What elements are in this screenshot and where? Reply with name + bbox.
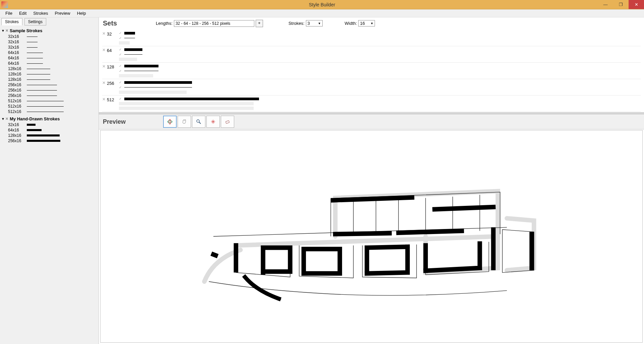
arrows-out-icon <box>210 119 216 125</box>
menu-strokes[interactable]: Strokes <box>30 10 51 16</box>
stroke-bar <box>124 48 142 51</box>
close-icon[interactable]: ✕ <box>5 28 8 33</box>
preview-canvas[interactable] <box>100 130 643 343</box>
set-stroke-slot[interactable]: ✓ <box>119 36 135 40</box>
stroke-item[interactable]: 64x16 <box>1 55 97 61</box>
remove-set-button[interactable]: ✕ <box>102 31 107 36</box>
stroke-item[interactable]: 128x16 <box>1 66 97 71</box>
svg-point-0 <box>168 121 172 123</box>
stroke-bar <box>124 54 142 55</box>
stroke-bar <box>124 81 192 84</box>
stroke-bar <box>124 87 192 88</box>
stroke-item[interactable]: 64x16 <box>1 50 97 55</box>
stroke-label: 64x16 <box>8 61 27 66</box>
set-stroke-slot[interactable]: ✓ <box>119 85 192 89</box>
stroke-item[interactable]: 32x16 <box>1 122 97 127</box>
stroke-item[interactable]: 512x16 <box>1 109 97 114</box>
stroke-item[interactable]: 128x16 <box>1 77 97 82</box>
set-stroke-slot[interactable]: ✓ <box>119 48 142 51</box>
stroke-item[interactable]: 512x16 <box>1 104 97 109</box>
width-select[interactable]: 16▼ <box>358 20 375 26</box>
set-stroke-slot[interactable] <box>119 107 259 110</box>
orbit-tool[interactable] <box>163 116 177 128</box>
tree-group-header[interactable]: ▼✕My Hand-Drawn Strokes <box>1 116 97 122</box>
strokes-select[interactable]: 3▼ <box>306 20 323 26</box>
stroke-label: 256x16 <box>8 138 27 143</box>
tab-settings[interactable]: Settings <box>24 18 46 25</box>
stroke-item[interactable]: 32x16 <box>1 45 97 50</box>
stroke-preview <box>27 53 43 53</box>
remove-set-button[interactable]: ✕ <box>102 80 107 85</box>
stroke-bar <box>124 65 158 67</box>
set-stroke-slot[interactable] <box>119 91 192 94</box>
strokes-label: Strokes: <box>288 21 305 26</box>
tab-strokes[interactable]: Strokes <box>1 18 22 25</box>
eraser-tool[interactable] <box>221 116 234 128</box>
set-row: ✕32✓✓ <box>102 30 641 46</box>
set-stroke-slot[interactable]: ✓ <box>119 53 142 56</box>
menu-edit[interactable]: Edit <box>16 10 30 16</box>
stroke-preview <box>27 106 64 107</box>
stroke-item[interactable]: 32x16 <box>1 34 97 39</box>
stroke-preview <box>27 90 57 91</box>
set-stroke-slot[interactable]: ✓ <box>119 97 259 101</box>
stroke-label: 128x16 <box>8 72 27 76</box>
stroke-item[interactable]: 512x16 <box>1 98 97 104</box>
stroke-preview <box>27 42 38 42</box>
check-icon: ✓ <box>119 64 122 68</box>
check-icon: ✓ <box>119 31 122 35</box>
set-row: ✕128✓✓ <box>102 63 641 79</box>
minimize-button[interactable]: — <box>598 0 613 9</box>
stroke-item[interactable]: 256x16 <box>1 88 97 93</box>
menu-help[interactable]: Help <box>74 10 89 16</box>
set-stroke-slot[interactable] <box>119 41 135 45</box>
lengths-input[interactable] <box>174 20 254 27</box>
close-icon[interactable]: ✕ <box>5 117 8 121</box>
menu-preview[interactable]: Preview <box>51 10 73 16</box>
stroke-label: 128x16 <box>8 77 27 82</box>
lengths-label: Lengths: <box>156 21 173 26</box>
stroke-label: 256x16 <box>8 93 27 98</box>
tree-group-header[interactable]: ▼✕Sample Strokes <box>1 27 97 34</box>
check-icon: ✓ <box>119 80 122 84</box>
stroke-label: 32x16 <box>8 40 27 44</box>
remove-set-button[interactable]: ✕ <box>102 97 107 102</box>
stroke-label: 256x16 <box>8 88 27 93</box>
menubar: File Edit Strokes Preview Help <box>0 9 644 17</box>
set-stroke-slot[interactable]: ✓ <box>119 31 135 35</box>
stroke-item[interactable]: 32x16 <box>1 39 97 45</box>
stroke-preview <box>27 37 38 37</box>
chevron-down-icon: ▼ <box>370 22 373 25</box>
stroke-item[interactable]: 128x16 <box>1 133 97 138</box>
zoom-extents-tool[interactable] <box>206 116 220 128</box>
svg-point-2 <box>197 120 199 122</box>
remove-set-button[interactable]: ✕ <box>102 48 107 52</box>
close-button[interactable]: ✕ <box>629 0 644 9</box>
stroke-item[interactable]: 64x16 <box>1 127 97 133</box>
zoom-tool[interactable] <box>192 116 205 128</box>
stroke-label: 32x16 <box>8 122 27 127</box>
stroke-label: 32x16 <box>8 45 27 50</box>
set-stroke-slot[interactable] <box>119 102 259 105</box>
set-stroke-slot[interactable] <box>119 58 142 61</box>
stroke-item[interactable]: 256x16 <box>1 82 97 88</box>
remove-set-button[interactable]: ✕ <box>102 64 107 69</box>
check-icon: ✓ <box>119 48 122 51</box>
set-stroke-slot[interactable]: ✓ <box>119 80 192 84</box>
check-icon: ✓ <box>119 69 122 73</box>
set-stroke-slot[interactable] <box>119 74 158 77</box>
chevron-down-icon: ▼ <box>318 22 321 25</box>
sets-list: ✕32✓✓✕64✓✓✕128✓✓✕256✓✓✕512✓ <box>99 29 644 112</box>
stroke-item[interactable]: 128x16 <box>1 71 97 77</box>
maximize-button[interactable]: ❐ <box>613 0 629 9</box>
stroke-item[interactable]: 64x16 <box>1 61 97 66</box>
pan-tool[interactable] <box>178 116 191 128</box>
stroke-item[interactable]: 256x16 <box>1 138 97 144</box>
set-stroke-slot[interactable]: ✓ <box>119 64 158 68</box>
stroke-label: 32x16 <box>8 34 27 39</box>
stroke-item[interactable]: 256x16 <box>1 93 97 98</box>
set-stroke-slot[interactable]: ✓ <box>119 69 158 73</box>
sidebar: Strokes Settings ▼✕Sample Strokes32x1632… <box>0 17 99 344</box>
menu-file[interactable]: File <box>2 10 16 16</box>
add-length-button[interactable]: + <box>256 20 263 27</box>
